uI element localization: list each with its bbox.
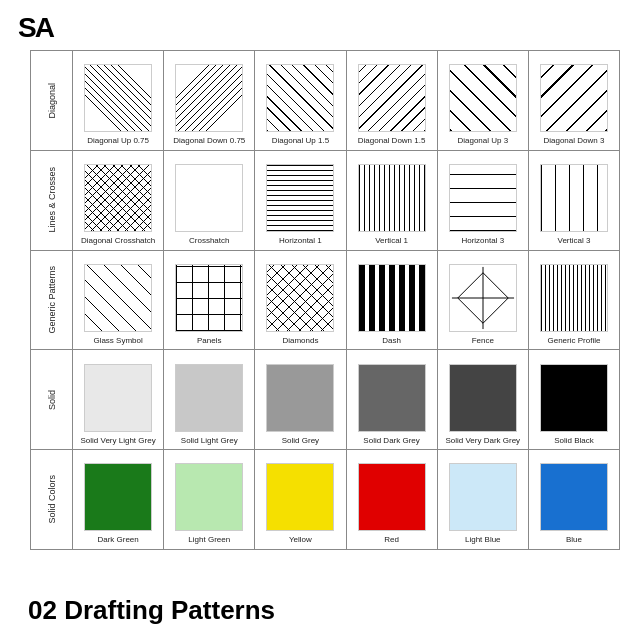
pattern-diag-up-15: [266, 64, 334, 132]
cell-solid-very-light-grey[interactable]: Solid Very Light Grey: [73, 350, 164, 449]
cell-light-blue[interactable]: Light Blue: [438, 450, 529, 549]
cell-label-diag-up-075: Diagonal Up 0.75: [87, 136, 149, 146]
cell-label-horizontal-3: Horizontal 3: [461, 236, 504, 246]
pattern-dash: [358, 264, 426, 332]
logo: SA: [18, 12, 53, 44]
cell-label-diag-up-3: Diagonal Up 3: [457, 136, 508, 146]
cell-label-solid-grey: Solid Grey: [282, 436, 319, 446]
cell-label-blue: Blue: [566, 535, 582, 545]
pattern-yellow: [266, 463, 334, 531]
pattern-crosshatch: [175, 164, 243, 232]
row-diagonal: DiagonalDiagonal Up 0.75Diagonal Down 0.…: [31, 51, 619, 151]
cell-solid-black[interactable]: Solid Black: [529, 350, 619, 449]
cell-dash[interactable]: Dash: [347, 251, 438, 350]
pattern-vertical-1: [358, 164, 426, 232]
cell-label-light-green: Light Green: [188, 535, 230, 545]
cell-yellow[interactable]: Yellow: [255, 450, 346, 549]
cell-label-horizontal-1: Horizontal 1: [279, 236, 322, 246]
row-solid: SolidSolid Very Light GreySolid Light Gr…: [31, 350, 619, 450]
pattern-glass-symbol: [84, 264, 152, 332]
pattern-horizontal-1: [266, 164, 334, 232]
pattern-light-green: [175, 463, 243, 531]
cell-label-panels: Panels: [197, 336, 221, 346]
cell-label-vertical-3: Vertical 3: [557, 236, 590, 246]
cell-dark-green[interactable]: Dark Green: [73, 450, 164, 549]
cell-diag-crosshatch[interactable]: Diagonal Crosshatch: [73, 151, 164, 250]
pattern-panels: [175, 264, 243, 332]
pattern-fence: [449, 264, 517, 332]
cell-diag-up-075[interactable]: Diagonal Up 0.75: [73, 51, 164, 150]
cell-label-crosshatch: Crosshatch: [189, 236, 229, 246]
cell-label-red: Red: [384, 535, 399, 545]
cell-vertical-1[interactable]: Vertical 1: [347, 151, 438, 250]
pattern-solid-very-dark-grey: [449, 364, 517, 432]
cell-label-light-blue: Light Blue: [465, 535, 501, 545]
row-label-2: Generic Patterns: [31, 251, 73, 350]
cell-solid-dark-grey[interactable]: Solid Dark Grey: [347, 350, 438, 449]
cell-label-dash: Dash: [382, 336, 401, 346]
pattern-dark-green: [84, 463, 152, 531]
cell-panels[interactable]: Panels: [164, 251, 255, 350]
cell-label-solid-dark-grey: Solid Dark Grey: [363, 436, 419, 446]
cell-solid-very-dark-grey[interactable]: Solid Very Dark Grey: [438, 350, 529, 449]
pattern-diag-down-075: [175, 64, 243, 132]
cell-diag-down-3[interactable]: Diagonal Down 3: [529, 51, 619, 150]
cell-label-fence: Fence: [472, 336, 494, 346]
cell-label-diamonds: Diamonds: [282, 336, 318, 346]
cell-horizontal-3[interactable]: Horizontal 3: [438, 151, 529, 250]
cell-red[interactable]: Red: [347, 450, 438, 549]
cell-label-yellow: Yellow: [289, 535, 312, 545]
pattern-solid-very-light-grey: [84, 364, 152, 432]
cell-glass-symbol[interactable]: Glass Symbol: [73, 251, 164, 350]
cell-solid-grey[interactable]: Solid Grey: [255, 350, 346, 449]
cell-fence[interactable]: Fence: [438, 251, 529, 350]
pattern-red: [358, 463, 426, 531]
cell-label-solid-black: Solid Black: [554, 436, 594, 446]
pattern-vertical-3: [540, 164, 608, 232]
pattern-blue: [540, 463, 608, 531]
cell-label-diag-up-15: Diagonal Up 1.5: [272, 136, 329, 146]
footer-title: 02 Drafting Patterns: [28, 595, 275, 626]
cell-label-vertical-1: Vertical 1: [375, 236, 408, 246]
cell-diag-up-15[interactable]: Diagonal Up 1.5: [255, 51, 346, 150]
pattern-solid-light-grey: [175, 364, 243, 432]
cell-vertical-3[interactable]: Vertical 3: [529, 151, 619, 250]
row-generic-patterns: Generic PatternsGlass SymbolPanelsDiamon…: [31, 251, 619, 351]
row-solid-colors: Solid ColorsDark GreenLight GreenYellowR…: [31, 450, 619, 549]
pattern-solid-dark-grey: [358, 364, 426, 432]
pattern-horizontal-3: [449, 164, 517, 232]
row-label-4: Solid Colors: [31, 450, 73, 549]
pattern-solid-black: [540, 364, 608, 432]
cell-crosshatch[interactable]: Crosshatch: [164, 151, 255, 250]
pattern-diamonds: [266, 264, 334, 332]
pattern-diag-down-3: [540, 64, 608, 132]
cell-blue[interactable]: Blue: [529, 450, 619, 549]
pattern-solid-grey: [266, 364, 334, 432]
cell-diamonds[interactable]: Diamonds: [255, 251, 346, 350]
pattern-diag-up-075: [84, 64, 152, 132]
cell-label-glass-symbol: Glass Symbol: [93, 336, 142, 346]
row-label-0: Diagonal: [31, 51, 73, 150]
cell-diag-down-15[interactable]: Diagonal Down 1.5: [347, 51, 438, 150]
pattern-light-blue: [449, 463, 517, 531]
cell-diag-up-3[interactable]: Diagonal Up 3: [438, 51, 529, 150]
cell-generic-profile[interactable]: Generic Profile: [529, 251, 619, 350]
cell-label-diag-down-075: Diagonal Down 0.75: [173, 136, 245, 146]
pattern-diag-crosshatch: [84, 164, 152, 232]
row-label-1: Lines & Crosses: [31, 151, 73, 250]
pattern-generic-profile: [540, 264, 608, 332]
cell-label-diag-down-3: Diagonal Down 3: [543, 136, 604, 146]
cell-label-diag-crosshatch: Diagonal Crosshatch: [81, 236, 155, 246]
cell-solid-light-grey[interactable]: Solid Light Grey: [164, 350, 255, 449]
cell-horizontal-1[interactable]: Horizontal 1: [255, 151, 346, 250]
cell-diag-down-075[interactable]: Diagonal Down 0.75: [164, 51, 255, 150]
cell-label-generic-profile: Generic Profile: [547, 336, 600, 346]
cell-label-solid-light-grey: Solid Light Grey: [181, 436, 238, 446]
pattern-diag-down-15: [358, 64, 426, 132]
cell-label-solid-very-dark-grey: Solid Very Dark Grey: [445, 436, 520, 446]
cell-label-dark-green: Dark Green: [97, 535, 138, 545]
cell-label-solid-very-light-grey: Solid Very Light Grey: [81, 436, 156, 446]
cell-light-green[interactable]: Light Green: [164, 450, 255, 549]
pattern-diag-up-3: [449, 64, 517, 132]
row-label-3: Solid: [31, 350, 73, 449]
